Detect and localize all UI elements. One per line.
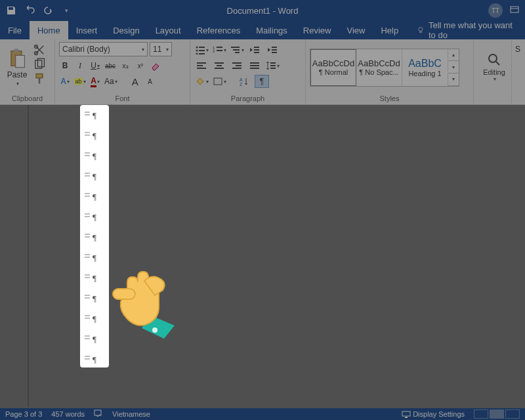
tab-home[interactable]: Home bbox=[30, 21, 68, 39]
tab-help[interactable]: Help bbox=[373, 21, 406, 39]
multilevel-list-button[interactable]: ▾ bbox=[230, 43, 244, 56]
paste-button[interactable]: Paste ▾ bbox=[4, 42, 30, 93]
copy-button[interactable] bbox=[33, 58, 46, 68]
lightbulb-icon bbox=[417, 26, 425, 35]
svg-rect-22 bbox=[233, 49, 240, 51]
document-title: Document1 - Word bbox=[227, 6, 299, 16]
left-margin-selection-strip[interactable]: ¶¶¶¶¶¶¶¶¶¶¶¶¶ bbox=[80, 105, 109, 368]
qat-customize-icon[interactable]: ▾ bbox=[60, 5, 72, 16]
font-size-combo[interactable]: 11▾ bbox=[150, 42, 172, 56]
svg-rect-37 bbox=[236, 65, 242, 66]
paragraph-mark: ¶ bbox=[93, 212, 96, 222]
align-right-icon bbox=[232, 62, 242, 70]
show-hide-pilcrow-button[interactable]: ¶ bbox=[255, 75, 269, 88]
paragraph-mark: ¶ bbox=[93, 253, 96, 263]
status-word-count[interactable]: 457 words bbox=[51, 410, 85, 418]
align-left-icon bbox=[196, 62, 207, 70]
grow-font-button[interactable]: A bbox=[129, 75, 141, 88]
tab-references[interactable]: References bbox=[189, 21, 248, 39]
avatar[interactable]: TT bbox=[488, 3, 503, 18]
superscript-button[interactable]: x² bbox=[135, 59, 146, 72]
status-spellcheck-icon[interactable] bbox=[94, 410, 103, 419]
tab-review[interactable]: Review bbox=[295, 21, 339, 39]
status-language[interactable]: Vietnamese bbox=[112, 410, 150, 418]
align-center-button[interactable] bbox=[212, 59, 226, 72]
svg-rect-35 bbox=[215, 68, 224, 69]
line-spacing-button[interactable]: ▾ bbox=[265, 59, 280, 72]
numbering-button[interactable]: 12▾ bbox=[212, 43, 226, 56]
highlight-button[interactable]: ab▾ bbox=[74, 75, 86, 88]
borders-button[interactable]: ▾ bbox=[212, 75, 226, 88]
shading-button[interactable]: ▾ bbox=[194, 75, 209, 88]
gallery-more-icon[interactable]: ▾ bbox=[448, 74, 459, 86]
read-mode-button[interactable] bbox=[474, 410, 488, 419]
shrink-font-button[interactable]: A bbox=[144, 75, 156, 88]
style-heading-1[interactable]: AaBbC Heading 1 bbox=[402, 49, 448, 86]
style-no-spacing[interactable]: AaBbCcDd ¶ No Spac... bbox=[356, 49, 402, 86]
style-normal[interactable]: AaBbCcDd ¶ Normal bbox=[310, 49, 356, 86]
bullets-button[interactable]: ▾ bbox=[194, 43, 209, 56]
format-painter-button[interactable] bbox=[33, 72, 46, 83]
chevron-up-icon[interactable]: ▴ bbox=[448, 49, 459, 62]
strikethrough-button[interactable]: abc bbox=[104, 59, 116, 72]
tab-insert[interactable]: Insert bbox=[68, 21, 106, 39]
align-left-button[interactable] bbox=[194, 59, 209, 72]
svg-point-13 bbox=[196, 50, 198, 52]
justify-button[interactable] bbox=[247, 59, 262, 72]
change-case-button[interactable]: Aa▾ bbox=[104, 75, 117, 88]
tab-file[interactable]: File bbox=[0, 21, 30, 39]
svg-rect-3 bbox=[14, 49, 18, 52]
chevron-down-icon[interactable]: ▾ bbox=[448, 61, 459, 74]
svg-rect-14 bbox=[199, 50, 205, 51]
ribbon-tabs: File Home Insert Design Layout Reference… bbox=[0, 21, 525, 39]
web-layout-button[interactable] bbox=[505, 410, 520, 419]
tab-view[interactable]: View bbox=[339, 21, 373, 39]
tell-me-label: Tell me what you want to do bbox=[429, 20, 517, 40]
tell-me-search[interactable]: Tell me what you want to do bbox=[409, 21, 525, 39]
svg-rect-53 bbox=[402, 411, 410, 416]
font-color-button[interactable]: A▾ bbox=[89, 75, 101, 88]
cut-button[interactable] bbox=[33, 43, 46, 54]
eraser-icon bbox=[150, 60, 161, 71]
svg-rect-12 bbox=[199, 47, 205, 48]
font-name-combo[interactable]: Calibri (Body)▾ bbox=[59, 42, 148, 56]
sort-button[interactable]: AZ bbox=[237, 75, 251, 88]
tab-mailings[interactable]: Mailings bbox=[248, 21, 295, 39]
bold-button[interactable]: B bbox=[59, 59, 71, 72]
redo-icon[interactable] bbox=[42, 5, 54, 16]
text-effects-button[interactable]: A▾ bbox=[59, 75, 71, 88]
paragraph-mark: ¶ bbox=[93, 273, 96, 284]
document-area[interactable] bbox=[0, 105, 525, 408]
paragraph-mark: ¶ bbox=[93, 232, 96, 243]
align-right-button[interactable] bbox=[230, 59, 244, 72]
ribbon-display-options-icon[interactable] bbox=[509, 5, 520, 17]
clear-formatting-button[interactable] bbox=[150, 59, 161, 72]
save-icon[interactable] bbox=[5, 5, 17, 16]
subscript-button[interactable]: x₂ bbox=[119, 59, 131, 72]
undo-icon[interactable] bbox=[24, 5, 35, 16]
increase-indent-button[interactable] bbox=[265, 43, 280, 56]
paragraph-mark: ¶ bbox=[93, 293, 96, 304]
svg-point-50 bbox=[152, 327, 158, 333]
tab-layout[interactable]: Layout bbox=[148, 21, 189, 39]
overflow-label: S bbox=[516, 42, 520, 104]
status-page[interactable]: Page 3 of 3 bbox=[5, 410, 42, 418]
svg-rect-28 bbox=[272, 49, 277, 51]
display-settings-button[interactable]: Display Settings bbox=[402, 410, 465, 418]
svg-point-1 bbox=[419, 28, 423, 32]
svg-rect-31 bbox=[197, 65, 203, 66]
svg-text:Z: Z bbox=[240, 82, 243, 86]
svg-rect-54 bbox=[405, 417, 408, 418]
status-bar: Page 3 of 3 457 words Vietnamese Display… bbox=[0, 408, 525, 420]
paragraph-mark: ¶ bbox=[93, 334, 96, 345]
gallery-scroll[interactable]: ▴ ▾ ▾ bbox=[448, 49, 459, 86]
svg-rect-16 bbox=[199, 53, 205, 54]
scissors-icon bbox=[33, 43, 46, 56]
underline-button[interactable]: U▾ bbox=[89, 59, 101, 72]
multilevel-icon bbox=[230, 45, 241, 54]
italic-button[interactable]: I bbox=[74, 59, 86, 72]
find-icon[interactable] bbox=[487, 52, 501, 67]
tab-design[interactable]: Design bbox=[105, 21, 147, 39]
print-layout-button[interactable] bbox=[490, 410, 504, 419]
decrease-indent-button[interactable] bbox=[247, 43, 262, 56]
